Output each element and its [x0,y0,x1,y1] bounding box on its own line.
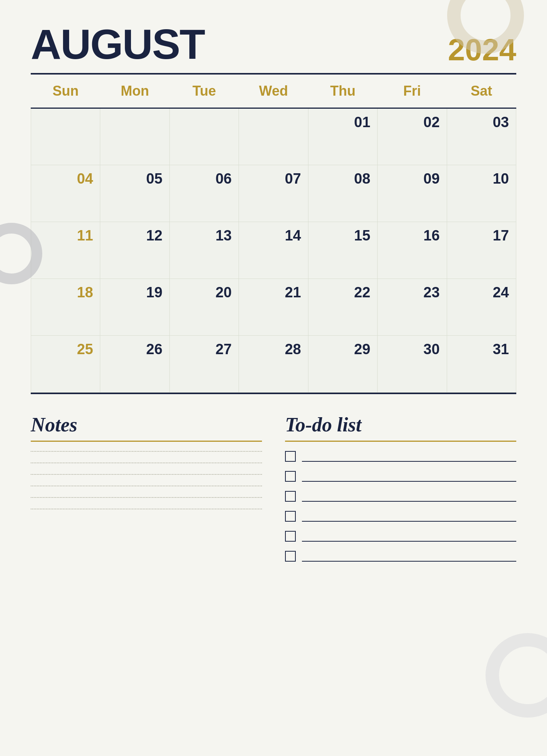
todo-checkbox-2[interactable] [285,471,296,482]
calendar-cell-w2-d7: 10 [447,165,516,222]
calendar-cell-w2-d2: 05 [100,165,169,222]
calendar-cell-w1-d7: 03 [447,108,516,165]
todo-checkbox-1[interactable] [285,451,296,462]
day-number-26: 26 [107,341,162,358]
calendar-cell-w3-d5: 15 [308,222,377,279]
col-header-tue: Tue [169,75,239,108]
col-header-sun: Sun [31,75,100,108]
day-number-31: 31 [454,341,509,358]
day-number-22: 22 [315,284,370,301]
day-number-18: 18 [38,284,93,301]
calendar-table: Sun Mon Tue Wed Thu Fri Sat 010203040506… [31,75,516,393]
day-number-03: 03 [454,114,509,131]
calendar-cell-w3-d7: 17 [447,222,516,279]
calendar-cell-w3-d2: 12 [100,222,169,279]
calendar-cell-w4-d3: 20 [169,279,239,336]
todo-item-2 [285,471,516,482]
todo-line-3 [302,491,516,502]
calendar-cell-w5-d1: 25 [31,336,100,393]
todo-line-2 [302,471,516,482]
calendar-cell-w2-d4: 07 [239,165,308,222]
todo-line-1 [302,451,516,462]
day-number-04: 04 [38,171,93,187]
day-number-29: 29 [315,341,370,358]
calendar-cell-w1-d1 [31,108,100,165]
col-header-wed: Wed [239,75,308,108]
notes-line-1 [31,451,262,452]
day-number-19: 19 [107,284,162,301]
calendar-cell-w5-d4: 28 [239,336,308,393]
day-number-16: 16 [385,227,439,244]
calendar-cell-w2-d3: 06 [169,165,239,222]
col-header-mon: Mon [100,75,169,108]
col-header-fri: Fri [378,75,447,108]
todo-item-3 [285,491,516,502]
col-header-thu: Thu [308,75,377,108]
page-container: AUGUST 2024 Sun Mon Tue Wed Thu Fri Sat … [0,0,547,756]
calendar-cell-w1-d3 [169,108,239,165]
day-number-28: 28 [246,341,301,358]
notes-line-5 [31,497,262,498]
todo-line-5 [302,531,516,542]
notes-title: Notes [31,413,262,436]
day-number-12: 12 [107,227,162,244]
calendar-cell-w3-d4: 14 [239,222,308,279]
day-number-10: 10 [454,171,509,187]
day-number-14: 14 [246,227,301,244]
day-number-30: 30 [385,341,439,358]
calendar-week-5: 25262728293031 [31,336,516,393]
calendar-week-1: 010203 [31,108,516,165]
calendar-header-row: Sun Mon Tue Wed Thu Fri Sat [31,75,516,108]
todo-checkbox-4[interactable] [285,511,296,522]
calendar-cell-w5-d3: 27 [169,336,239,393]
todo-section: To-do list [285,413,516,571]
day-number-13: 13 [177,227,232,244]
calendar-cell-w4-d5: 22 [308,279,377,336]
day-number-01: 01 [315,114,370,131]
todo-checkbox-3[interactable] [285,491,296,502]
day-number-24: 24 [454,284,509,301]
notes-line-3 [31,474,262,475]
day-number-27: 27 [177,341,232,358]
day-number-20: 20 [177,284,232,301]
calendar-cell-w1-d5: 01 [308,108,377,165]
notes-line-6 [31,509,262,509]
day-number-09: 09 [385,171,439,187]
calendar-week-3: 11121314151617 [31,222,516,279]
bottom-section: Notes To-do list [31,413,516,571]
day-number-11: 11 [38,227,93,244]
day-number-05: 05 [107,171,162,187]
calendar-cell-w4-d1: 18 [31,279,100,336]
notes-underline [31,441,262,442]
day-number-06: 06 [177,171,232,187]
todo-underline [285,441,516,442]
calendar-cell-w5-d7: 31 [447,336,516,393]
calendar-cell-w2-d1: 04 [31,165,100,222]
day-number-25: 25 [38,341,93,358]
calendar-cell-w5-d5: 29 [308,336,377,393]
calendar-cell-w3-d3: 13 [169,222,239,279]
calendar-week-2: 04050607080910 [31,165,516,222]
header: AUGUST 2024 [31,23,516,65]
todo-item-4 [285,511,516,522]
calendar-week-4: 18192021222324 [31,279,516,336]
calendar-cell-w3-d6: 16 [378,222,447,279]
calendar-cell-w2-d6: 09 [378,165,447,222]
todo-line-4 [302,511,516,522]
calendar-cell-w5-d6: 30 [378,336,447,393]
todo-line-6 [302,551,516,562]
todo-checkbox-6[interactable] [285,551,296,562]
day-number-02: 02 [385,114,439,131]
todo-checkbox-5[interactable] [285,531,296,542]
calendar-cell-w4-d2: 19 [100,279,169,336]
calendar-cell-w1-d4 [239,108,308,165]
calendar-cell-w1-d2 [100,108,169,165]
day-number-15: 15 [315,227,370,244]
col-header-sat: Sat [447,75,516,108]
calendar-cell-w2-d5: 08 [308,165,377,222]
notes-section: Notes [31,413,262,571]
calendar-cell-w4-d6: 23 [378,279,447,336]
day-number-08: 08 [315,171,370,187]
day-number-17: 17 [454,227,509,244]
todo-title: To-do list [285,413,516,436]
